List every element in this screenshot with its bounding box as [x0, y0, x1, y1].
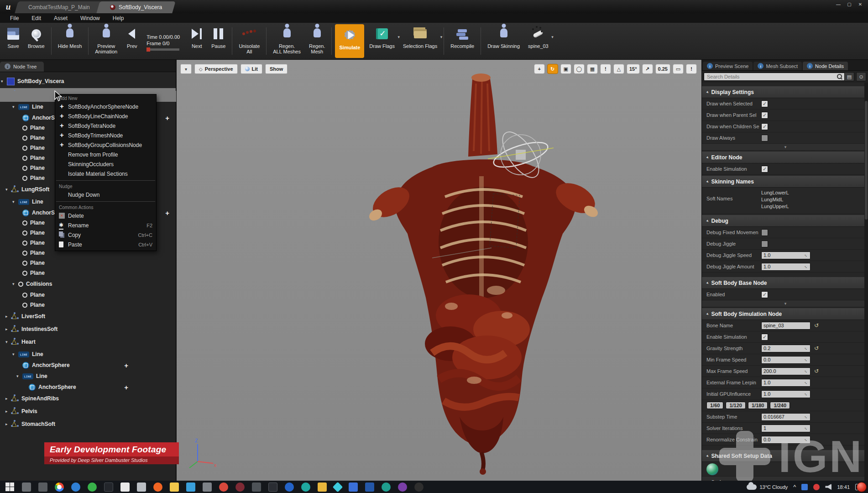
taskbar-app-icon[interactable]: [365, 483, 374, 492]
value-field[interactable]: 1.0 ↔: [761, 252, 810, 259]
expand-arrow-icon[interactable]: [12, 282, 18, 286]
taskbar-app-icon[interactable]: [5, 483, 15, 492]
volume-icon[interactable]: [825, 484, 831, 490]
viewport-tool-button[interactable]: ▣: [560, 64, 571, 74]
viewport-tool-button[interactable]: ◯: [574, 64, 585, 74]
viewport-tool-button[interactable]: 0.25: [655, 64, 670, 74]
tree-item[interactable]: Plane +: [0, 290, 176, 300]
taskbar-app-icon[interactable]: [301, 483, 310, 492]
value-field[interactable]: 0.016667 ↔: [761, 413, 810, 421]
value-field[interactable]: 0.0 ↔: [761, 356, 810, 364]
toolbar-button[interactable]: Time 0.00/0.00 Frame 0/0: [142, 23, 186, 59]
viewport-tool-button[interactable]: ▦: [587, 64, 598, 74]
tree-item[interactable]: Line +: [0, 370, 176, 382]
toolbar-button[interactable]: Recompile: [446, 23, 478, 59]
taskbar-app-icon[interactable]: [203, 483, 212, 492]
taskbar-app-icon[interactable]: [219, 483, 228, 492]
reset-icon[interactable]: ↺: [814, 368, 819, 374]
section-expand-icon[interactable]: ▾: [705, 218, 710, 223]
toolbar-button[interactable]: Preview Animation: [91, 23, 121, 59]
toolbar-button[interactable]: [481, 27, 481, 55]
value-field[interactable]: 1.0 ↔: [761, 379, 810, 387]
tree-item[interactable]: SpineAndRibs +: [0, 392, 176, 405]
taskbar-app-icon[interactable]: [349, 483, 358, 492]
expand-arrow-icon[interactable]: [12, 352, 18, 357]
details-tab[interactable]: i Mesh Subsect: [753, 62, 802, 70]
viewport-tool-button[interactable]: ↗: [642, 64, 653, 74]
viewport-tool-button[interactable]: 15°: [627, 64, 640, 74]
tree-item[interactable]: Collisions +: [0, 278, 176, 290]
toolbar-button[interactable]: Pause: [207, 23, 230, 59]
add-node-button[interactable]: +: [165, 209, 169, 217]
taskbar-app-icon[interactable]: [382, 483, 391, 492]
clock[interactable]: 18:41: [837, 484, 850, 490]
taskbar-app-icon[interactable]: [137, 483, 146, 492]
preset-button[interactable]: 1/240: [770, 402, 790, 409]
taskbar-app-icon[interactable]: [186, 483, 195, 492]
toolbar-button[interactable]: [232, 27, 232, 55]
toolbar-button[interactable]: [51, 27, 52, 55]
add-node-button[interactable]: +: [124, 383, 128, 391]
expand-arrow-icon[interactable]: [1, 79, 7, 84]
context-menu-item[interactable]: Common Actions: [55, 204, 156, 211]
taskbar-app-icon[interactable]: [235, 483, 245, 492]
viewport-tool-button[interactable]: ↻: [547, 64, 558, 74]
context-menu-item[interactable]: Delete: [55, 211, 156, 220]
context-menu-item[interactable]: Isolate Material Sections: [55, 169, 156, 178]
tab-softbody-viscera[interactable]: SoftBody_Viscera: [96, 1, 176, 13]
tab-node-tree[interactable]: i Node Tree: [0, 62, 44, 72]
details-scrollbar[interactable]: [864, 83, 868, 481]
tree-item[interactable]: Heart +: [0, 336, 176, 348]
minimize-button[interactable]: —: [833, 1, 843, 8]
taskbar-app-icon[interactable]: [153, 483, 162, 492]
context-menu-item[interactable]: Copy Ctrl+C: [55, 230, 156, 240]
viewport-menu-button[interactable]: ▾: [180, 64, 192, 74]
value-field[interactable]: 1.0 ↔: [761, 390, 810, 398]
section-expand-icon[interactable]: ▾: [705, 179, 710, 184]
checkbox[interactable]: [761, 100, 768, 107]
add-node-button[interactable]: +: [165, 114, 169, 122]
tray-icon-blue[interactable]: [801, 484, 808, 490]
tab-combattestmap[interactable]: CombatTestMap_P_Main: [15, 1, 103, 13]
viewport-tool-button[interactable]: ▭: [673, 64, 684, 74]
checkbox[interactable]: [761, 123, 768, 130]
section-expand-icon[interactable]: ▾: [705, 89, 710, 94]
taskbar-app-icon[interactable]: [285, 483, 294, 492]
value-field[interactable]: 1 ↔: [761, 425, 810, 432]
checkbox[interactable]: [761, 166, 768, 173]
value-field[interactable]: 200.0 ↔: [761, 367, 810, 375]
value-field[interactable]: 0.2 ↔: [761, 345, 810, 352]
toolbar-button[interactable]: Draw Flags: [365, 23, 399, 59]
3d-viewport[interactable]: ▾ ◇Perspective Lit Show + ↻ ▣ ◯ ▦: [177, 60, 701, 481]
taskbar-app-icon[interactable]: [398, 483, 407, 492]
show-button[interactable]: Show: [265, 64, 288, 74]
reset-icon[interactable]: ↺: [814, 345, 819, 351]
tree-item[interactable]: Pelvis +: [0, 405, 176, 418]
details-tab[interactable]: i Node Details: [803, 62, 848, 70]
context-menu-item[interactable]: SoftBodyTrimeshNode: [55, 131, 156, 140]
taskbar-app-icon[interactable]: [55, 483, 64, 492]
expand-arrow-icon[interactable]: [16, 374, 22, 378]
checkbox[interactable]: [761, 135, 768, 142]
toolbar-button[interactable]: Simulate: [335, 24, 364, 58]
tree-item[interactable]: IntestinesSoft +: [0, 323, 176, 336]
checkbox[interactable]: [761, 229, 768, 236]
context-menu-item[interactable]: Remove from Profile: [55, 150, 156, 159]
expand-arrow-icon[interactable]: [12, 105, 18, 109]
section-expand-icon[interactable]: ▾: [705, 155, 710, 159]
tray-icon-red[interactable]: [813, 484, 820, 490]
toolbar-button[interactable]: Save: [3, 23, 24, 59]
checkbox[interactable]: [761, 291, 768, 298]
tree-item[interactable]: Plane +: [0, 268, 176, 278]
tray-chevron[interactable]: ^: [793, 483, 796, 490]
value-field[interactable]: 0.0 ↔: [761, 436, 810, 444]
expand-arrow-icon[interactable]: [12, 199, 18, 204]
toolbar-button[interactable]: Hide Mesh: [54, 23, 86, 59]
context-menu-item[interactable]: SoftBodyAnchorSphereNode: [55, 102, 156, 111]
details-tab[interactable]: i Preview Scene: [703, 62, 753, 70]
toolbar-button[interactable]: [444, 27, 444, 55]
preset-button[interactable]: 1/60: [706, 402, 723, 409]
context-menu-item[interactable]: Nudge: [55, 183, 156, 190]
toolbar-button[interactable]: spine_03: [524, 23, 553, 59]
tree-item[interactable]: AnchorSphere +: [0, 382, 176, 392]
